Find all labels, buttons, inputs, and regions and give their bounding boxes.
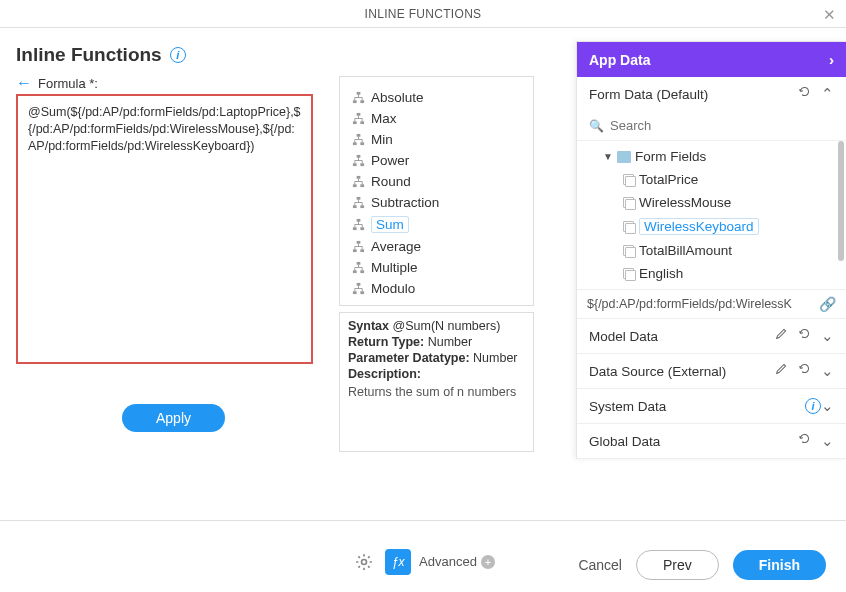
- hierarchy-icon: [352, 240, 365, 253]
- global-data-head[interactable]: Global Data ⌄: [577, 424, 846, 458]
- hierarchy-icon: [352, 261, 365, 274]
- advanced-toggle[interactable]: Advanced +: [419, 554, 495, 569]
- field-totalprice[interactable]: TotalPrice: [589, 168, 846, 191]
- refresh-icon[interactable]: [798, 362, 811, 380]
- model-data-label: Model Data: [589, 329, 775, 344]
- apply-button[interactable]: Apply: [122, 404, 225, 432]
- page-title: Inline Functions: [16, 44, 162, 66]
- data-source-label: Data Source (External): [589, 364, 775, 379]
- cancel-button[interactable]: Cancel: [578, 557, 622, 573]
- function-details: Syntax @Sum(N numbers) Return Type: Numb…: [339, 312, 534, 452]
- function-item-max[interactable]: Max: [340, 108, 533, 129]
- formula-column: ← Formula *: @Sum(${/pd:AP/pd:formFields…: [16, 74, 331, 514]
- hierarchy-icon: [352, 196, 365, 209]
- pencil-icon[interactable]: [775, 362, 788, 380]
- param-label: Parameter Datatype:: [348, 351, 470, 365]
- syntax-value: @Sum(N numbers): [392, 319, 500, 333]
- global-data-label: Global Data: [589, 434, 798, 449]
- function-item-blank: [340, 77, 533, 87]
- hierarchy-icon: [352, 154, 365, 167]
- advanced-label: Advanced: [419, 554, 477, 569]
- function-item-average[interactable]: Average: [340, 236, 533, 257]
- system-data-label: System Data: [589, 399, 801, 414]
- form-fields-tree: ▼ Form Fields TotalPrice WirelessMouse W…: [577, 141, 846, 289]
- modal-title: INLINE FUNCTIONS: [365, 7, 482, 21]
- scrollbar[interactable]: [838, 141, 844, 261]
- function-item-sum[interactable]: Sum: [340, 213, 533, 236]
- search-input[interactable]: [610, 115, 834, 136]
- functions-list[interactable]: Absolute Max Min Power Round Subtraction…: [339, 76, 534, 306]
- function-item-absolute[interactable]: Absolute: [340, 87, 533, 108]
- data-source-section: Data Source (External) ⌄: [577, 354, 846, 389]
- field-icon: [623, 197, 635, 209]
- plus-icon: +: [481, 555, 495, 569]
- hierarchy-icon: [352, 133, 365, 146]
- return-type-value: Number: [428, 335, 472, 349]
- field-english[interactable]: English: [589, 262, 846, 285]
- chevron-down-icon[interactable]: ⌄: [821, 362, 834, 380]
- system-data-section: System Data i ⌄: [577, 389, 846, 424]
- chevron-down-icon[interactable]: ⌄: [821, 327, 834, 345]
- field-wirelesskeyboard[interactable]: WirelessKeyboard: [589, 214, 846, 239]
- field-icon: [623, 221, 635, 233]
- footer-actions: Cancel Prev Finish: [578, 550, 826, 580]
- prev-button[interactable]: Prev: [636, 550, 719, 580]
- function-item-subtraction[interactable]: Subtraction: [340, 192, 533, 213]
- model-data-head[interactable]: Model Data ⌄: [577, 319, 846, 353]
- function-item-multiple[interactable]: Multiple: [340, 257, 533, 278]
- description-label: Description:: [348, 367, 421, 381]
- formula-label-row: ← Formula *:: [16, 74, 331, 92]
- right-panel: App Data › Form Data (Default) ⌃ 🔍 ▼ For…: [576, 41, 846, 459]
- back-arrow-icon[interactable]: ←: [16, 74, 32, 92]
- gear-icon[interactable]: [351, 549, 377, 575]
- field-wirelessmouse[interactable]: WirelessMouse: [589, 191, 846, 214]
- field-icon: [623, 174, 635, 186]
- function-item-min[interactable]: Min: [340, 129, 533, 150]
- chevron-up-icon[interactable]: ⌃: [821, 85, 834, 103]
- description-text: Returns the sum of n numbers: [348, 385, 525, 399]
- formula-value: @Sum(${/pd:AP/pd:formFields/pd:LaptopPri…: [18, 96, 311, 163]
- selected-path-row: ${/pd:AP/pd:formFields/pd:WirelessK 🔗: [577, 289, 846, 318]
- pencil-icon[interactable]: [775, 327, 788, 345]
- refresh-icon[interactable]: [798, 432, 811, 450]
- global-data-section: Global Data ⌄: [577, 424, 846, 459]
- info-icon[interactable]: i: [170, 47, 186, 63]
- form-data-head[interactable]: Form Data (Default) ⌃: [577, 77, 846, 111]
- close-icon[interactable]: ✕: [823, 6, 836, 24]
- chevron-down-icon[interactable]: ⌄: [821, 432, 834, 450]
- return-type-label: Return Type:: [348, 335, 424, 349]
- info-icon[interactable]: i: [805, 398, 821, 414]
- chevron-down-icon[interactable]: ⌄: [821, 397, 834, 415]
- refresh-icon[interactable]: [798, 327, 811, 345]
- hierarchy-icon: [352, 112, 365, 125]
- function-item-modulo[interactable]: Modulo: [340, 278, 533, 299]
- app-data-label: App Data: [589, 52, 650, 68]
- fx-button[interactable]: ƒx: [385, 549, 411, 575]
- search-row: 🔍: [577, 111, 846, 141]
- app-data-header[interactable]: App Data ›: [577, 42, 846, 77]
- tree-root-form-fields[interactable]: ▼ Form Fields: [589, 145, 846, 168]
- link-icon[interactable]: 🔗: [819, 296, 836, 312]
- refresh-icon[interactable]: [798, 85, 811, 103]
- hierarchy-icon: [352, 282, 365, 295]
- selected-path-text: ${/pd:AP/pd:formFields/pd:WirelessK: [587, 297, 813, 311]
- hierarchy-icon: [352, 175, 365, 188]
- finish-button[interactable]: Finish: [733, 550, 826, 580]
- field-totalbillamount[interactable]: TotalBillAmount: [589, 239, 846, 262]
- form-data-section: Form Data (Default) ⌃ 🔍 ▼ Form Fields To…: [577, 77, 846, 319]
- collapse-icon: ▼: [603, 151, 613, 162]
- modal-header: INLINE FUNCTIONS ✕: [0, 0, 846, 28]
- hierarchy-icon: [352, 218, 365, 231]
- formula-textarea[interactable]: @Sum(${/pd:AP/pd:formFields/pd:LaptopPri…: [16, 94, 313, 364]
- function-item-round[interactable]: Round: [340, 171, 533, 192]
- hierarchy-icon: [352, 91, 365, 104]
- folder-icon: [617, 151, 631, 163]
- footer: ƒx Advanced + Cancel Prev Finish: [0, 520, 846, 592]
- syntax-label: Syntax: [348, 319, 389, 333]
- param-value: Number: [473, 351, 517, 365]
- formula-label: Formula *:: [38, 76, 98, 91]
- system-data-head[interactable]: System Data i ⌄: [577, 389, 846, 423]
- functions-column: Absolute Max Min Power Round Subtraction…: [339, 76, 534, 514]
- function-item-power[interactable]: Power: [340, 150, 533, 171]
- data-source-head[interactable]: Data Source (External) ⌄: [577, 354, 846, 388]
